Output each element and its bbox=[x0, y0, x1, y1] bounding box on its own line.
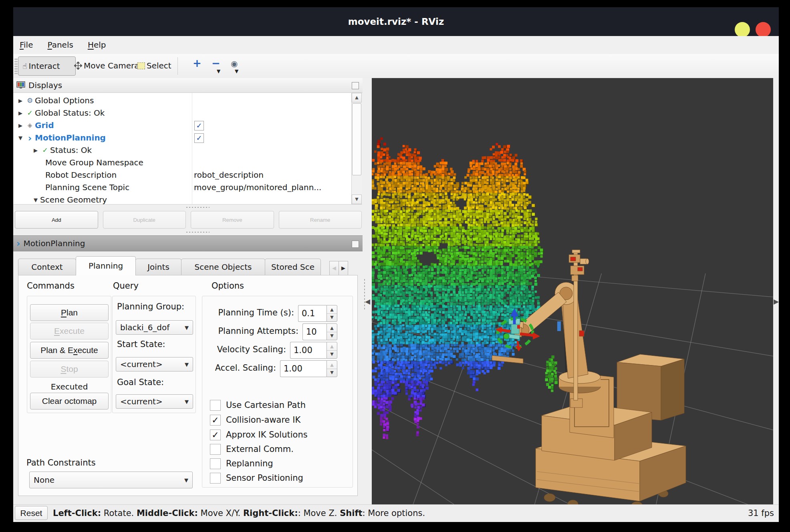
planning-tab-pane: Commands Query Options Executed Clear oc… bbox=[18, 275, 358, 496]
close-button[interactable] bbox=[756, 22, 771, 37]
statusbar: Reset Left-Click: Rotate. Middle-Click: … bbox=[13, 504, 779, 522]
spin-up-icon[interactable]: ▲ bbox=[327, 324, 337, 332]
tab-context[interactable]: Context bbox=[18, 259, 76, 275]
velocity-scaling-spinbox[interactable]: 1.00 bbox=[290, 342, 326, 359]
tree-row-label: Grid bbox=[35, 119, 54, 132]
spin-up-icon[interactable]: ▲ bbox=[327, 342, 337, 351]
spin-down-icon[interactable]: ▼ bbox=[327, 313, 337, 321]
collapse-icon[interactable]: ▼ bbox=[16, 132, 25, 144]
tab-scroll-left-icon[interactable]: ◀ bbox=[329, 261, 339, 275]
add-button[interactable]: Add bbox=[15, 211, 98, 229]
tree-row-move-group-namespace[interactable]: Move Group Namespace bbox=[14, 157, 362, 169]
spin-up-icon[interactable]: ▲ bbox=[327, 305, 337, 314]
scrollbar-thumb[interactable] bbox=[352, 103, 361, 175]
replanning-checkbox[interactable] bbox=[210, 458, 221, 469]
menu-item-panels[interactable]: Panels bbox=[40, 36, 80, 54]
chevron-down-icon: ▼ bbox=[181, 399, 193, 405]
focus-dropdown-icon[interactable]: ▼ bbox=[235, 68, 238, 74]
accel-scaling-spinbox[interactable]: 1.00 bbox=[280, 360, 326, 377]
spin-down-icon[interactable]: ▼ bbox=[327, 332, 337, 340]
duplicate-button[interactable]: Duplicate bbox=[103, 211, 186, 229]
start-state-dropdown[interactable]: <current> ▼ bbox=[116, 357, 193, 371]
path-constraints-dropdown[interactable]: None ▼ bbox=[29, 472, 193, 488]
displays-panel-header[interactable]: Displays bbox=[13, 78, 363, 93]
scroll-down-icon[interactable]: ▼ bbox=[352, 195, 362, 204]
spin-down-icon[interactable]: ▼ bbox=[327, 369, 337, 377]
expand-icon[interactable]: ▶ bbox=[16, 119, 25, 132]
collision-aware-ik-checkbox[interactable]: ✓ bbox=[210, 415, 221, 426]
tab-planning[interactable]: Planning bbox=[76, 256, 136, 275]
goal-state-dropdown[interactable]: <current> ▼ bbox=[116, 394, 193, 409]
tree-row-status-ok[interactable]: ▶✓Status: Ok bbox=[14, 144, 362, 157]
plan-button[interactable]: Plan bbox=[30, 304, 109, 321]
spinner-buttons: ▲▼ bbox=[326, 323, 337, 340]
collapse-icon[interactable]: ▼ bbox=[31, 194, 40, 205]
rename-button[interactable]: Rename bbox=[279, 211, 362, 229]
planning-time-s-spinbox[interactable]: 0.1 bbox=[298, 305, 326, 322]
execute-button[interactable]: Execute bbox=[30, 323, 109, 339]
motionplanning-panel-header[interactable]: › MotionPlanning bbox=[13, 235, 363, 251]
tab-scroll-right-icon[interactable]: ▶ bbox=[339, 261, 348, 275]
tab-joints[interactable]: Joints bbox=[135, 259, 181, 275]
external-comm-checkbox[interactable] bbox=[210, 444, 221, 455]
tab-scene-objects[interactable]: Scene Objects bbox=[181, 259, 265, 275]
expand-right-icon[interactable]: ▶ bbox=[774, 297, 779, 305]
enabled-checkbox[interactable]: ✓ bbox=[194, 121, 204, 130]
displays-float-button[interactable] bbox=[352, 82, 359, 89]
sensor-positioning-checkbox[interactable] bbox=[210, 473, 221, 484]
query-heading: Query bbox=[113, 281, 139, 291]
planning-group-dropdown[interactable]: blacki_6_dof ▼ bbox=[116, 320, 193, 335]
tree-row-robot-description[interactable]: Robot Descriptionrobot_description bbox=[14, 169, 362, 181]
spinner-buttons: ▲▼ bbox=[326, 360, 337, 377]
goal-state-label: Goal State: bbox=[117, 377, 164, 387]
scroll-up-icon[interactable]: ▲ bbox=[352, 93, 362, 102]
start-state-label: Start State: bbox=[117, 339, 165, 349]
spin-up-icon[interactable]: ▲ bbox=[327, 361, 337, 369]
use-cartesian-path-checkbox[interactable] bbox=[210, 400, 221, 411]
chevron-down-icon: ▼ bbox=[180, 477, 192, 483]
expand-icon[interactable]: ▶ bbox=[16, 94, 25, 107]
menu-item-file[interactable]: File bbox=[13, 36, 40, 54]
approx-ik-solutions-checkbox[interactable]: ✓ bbox=[210, 430, 221, 440]
zoom-out-dropdown-icon[interactable]: ▼ bbox=[217, 68, 220, 74]
tree-row-grid[interactable]: ▶◈Grid✓ bbox=[14, 119, 362, 132]
tree-row-motionplanning[interactable]: ▼›MotionPlanning✓ bbox=[14, 132, 362, 144]
3d-viewport[interactable] bbox=[372, 78, 773, 504]
displays-icon bbox=[16, 81, 25, 89]
menu-item-help[interactable]: Help bbox=[81, 36, 113, 54]
tree-row-planning-scene-topic[interactable]: Planning Scene Topicmove_group/monitored… bbox=[14, 181, 362, 194]
enabled-checkbox[interactable]: ✓ bbox=[194, 133, 204, 143]
tree-row-scene-geometry[interactable]: ▼Scene Geometry bbox=[14, 194, 362, 205]
minimize-button[interactable] bbox=[735, 22, 750, 37]
vertical-splitter[interactable]: ◀ bbox=[363, 78, 372, 504]
zoom-in-icon[interactable]: + bbox=[193, 57, 202, 69]
interact-tool-button[interactable]: ☝ Interact bbox=[18, 56, 76, 76]
stop-button[interactable]: Stop bbox=[30, 361, 109, 377]
displays-tree[interactable]: ▶⚙Global Options▶✓Global Status: Ok▶◈Gri… bbox=[14, 93, 362, 205]
motionplanning-float-button[interactable] bbox=[352, 241, 359, 248]
spin-down-icon[interactable]: ▼ bbox=[327, 350, 337, 358]
external-comm-row: External Comm. bbox=[210, 444, 294, 455]
tree-scrollbar[interactable]: ▲ ▼ bbox=[351, 93, 362, 204]
remove-button[interactable]: Remove bbox=[191, 211, 274, 229]
planning-attempts-spinbox[interactable]: 10 bbox=[302, 323, 326, 340]
collapse-left-icon[interactable]: ◀ bbox=[365, 297, 370, 305]
expand-icon[interactable]: ▶ bbox=[16, 107, 25, 119]
move-camera-tool-button[interactable]: Move Camera bbox=[70, 56, 143, 75]
tree-row-global-options[interactable]: ▶⚙Global Options bbox=[14, 94, 362, 107]
zoom-out-icon[interactable]: − bbox=[212, 57, 220, 69]
toolbar-drag-handle[interactable] bbox=[14, 58, 18, 74]
clear-octomap-button[interactable]: Clear octomap bbox=[30, 393, 109, 410]
path-constraints-value: None bbox=[30, 475, 180, 485]
tree-row-global-status-ok[interactable]: ▶✓Global Status: Ok bbox=[14, 107, 362, 119]
planning-group-value: blacki_6_dof bbox=[116, 323, 181, 332]
panel-splitter-handle[interactable] bbox=[185, 206, 210, 209]
expand-icon[interactable]: ▶ bbox=[31, 144, 40, 157]
reset-button[interactable]: Reset bbox=[15, 506, 48, 520]
select-tool-button[interactable]: Select bbox=[133, 56, 175, 75]
plan-execute-button[interactable]: Plan & Execute bbox=[30, 342, 109, 359]
focus-camera-icon[interactable]: ◉ bbox=[231, 59, 238, 68]
tab-stored-sce[interactable]: Stored Sce bbox=[265, 259, 321, 275]
titlebar[interactable]: moveit.rviz* - RViz bbox=[13, 7, 779, 36]
panel-splitter-handle-2[interactable] bbox=[185, 231, 210, 233]
